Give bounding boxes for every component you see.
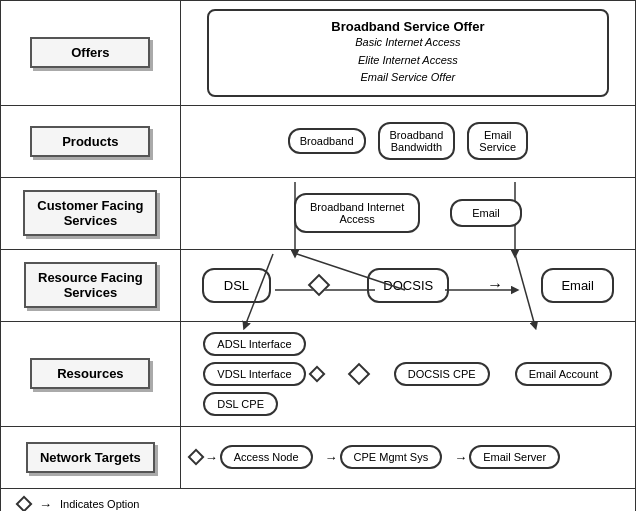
resources-label-cell: Resources (1, 321, 181, 426)
legend-text: Indicates Option (60, 498, 140, 510)
cfs-content-cell: Broadband InternetAccess Email (180, 177, 635, 249)
res-vdsl-interface: VDSL Interface (203, 362, 305, 386)
res-email-account: Email Account (515, 362, 613, 386)
legend-diamond-icon (16, 496, 33, 511)
resources-right-group: Email Account (515, 362, 613, 386)
nt-access-node-group: → Access Node (189, 445, 313, 469)
products-content-cell: Broadband BroadbandBandwidth EmailServic… (180, 105, 635, 177)
nt-label: Network Targets (26, 442, 155, 473)
rfs-connectors (185, 254, 631, 317)
offer-item-2: Elite Internet Access (358, 54, 458, 66)
cfs-broadband-internet-access: Broadband InternetAccess (294, 193, 420, 233)
resources-left-group: ADSL Interface VDSL Interface DSL CPE (203, 332, 323, 416)
offer-items: Basic Internet Access Elite Internet Acc… (225, 34, 591, 87)
legend-row: → Indicates Option (1, 488, 636, 511)
nt-items-row: → Access Node → CPE Mgmt Sys → Email Ser… (185, 439, 631, 475)
res-adsl-interface: ADSL Interface (203, 332, 305, 356)
nt-cpe-mgmt-group: → CPE Mgmt Sys (325, 445, 443, 469)
rfs-content-cell: DSL DOCSIS → Email (180, 249, 635, 321)
res-diamond-connector (349, 366, 369, 382)
resources-label: Resources (30, 358, 150, 389)
products-row: Broadband BroadbandBandwidth EmailServic… (185, 114, 631, 168)
product-broadband-bandwidth: BroadbandBandwidth (378, 122, 456, 160)
nt-email-server: Email Server (469, 445, 560, 469)
offers-label: Offers (30, 37, 150, 68)
legend-container: → Indicates Option (5, 493, 631, 511)
offers-label-cell: Offers (1, 1, 181, 106)
nt-access-node: Access Node (220, 445, 313, 469)
svg-line-4 (515, 254, 535, 326)
cfs-label: Customer FacingServices (23, 190, 157, 236)
nt-label-cell: Network Targets (1, 426, 181, 488)
legend-arrow-icon: → (39, 497, 52, 511)
cfs-label-cell: Customer FacingServices (1, 177, 181, 249)
offer-item-3: Email Service Offer (361, 71, 456, 83)
res-dsl-cpe: DSL CPE (203, 392, 278, 416)
offers-box: Broadband Service Offer Basic Internet A… (207, 9, 609, 97)
nt-email-server-group: → Email Server (454, 445, 560, 469)
products-label-cell: Products (1, 105, 181, 177)
resources-content-cell: ADSL Interface VDSL Interface DSL CPE (180, 321, 635, 426)
nt-arrow-cpe: → (325, 450, 338, 465)
nt-arrow-email: → (454, 450, 467, 465)
rfs-label-cell: Resource FacingServices (1, 249, 181, 321)
rfs-label: Resource FacingServices (24, 262, 157, 308)
res-vdsl-row: VDSL Interface (203, 362, 323, 386)
nt-diamond-access (187, 449, 204, 466)
res-diamond-vdsl (308, 365, 325, 382)
nt-content-cell: → Access Node → CPE Mgmt Sys → Email Ser… (180, 426, 635, 488)
nt-arrow-access: → (205, 450, 218, 465)
offers-content-cell: Broadband Service Offer Basic Internet A… (180, 1, 635, 106)
product-broadband: Broadband (288, 128, 366, 154)
cfs-email: Email (450, 199, 522, 227)
resources-mid-group: DOCSIS CPE (394, 362, 490, 386)
offer-title: Broadband Service Offer (225, 19, 591, 34)
products-label: Products (30, 126, 150, 157)
svg-line-2 (245, 254, 273, 326)
res-diamond-main (347, 362, 370, 385)
res-dsl-cpe-row: DSL CPE (203, 392, 278, 416)
res-docsis-cpe: DOCSIS CPE (394, 362, 490, 386)
nt-cpe-mgmt: CPE Mgmt Sys (340, 445, 443, 469)
product-email-service: EmailService (467, 122, 528, 160)
offer-item-1: Basic Internet Access (355, 36, 460, 48)
cfs-items-row: Broadband InternetAccess Email (185, 185, 631, 241)
